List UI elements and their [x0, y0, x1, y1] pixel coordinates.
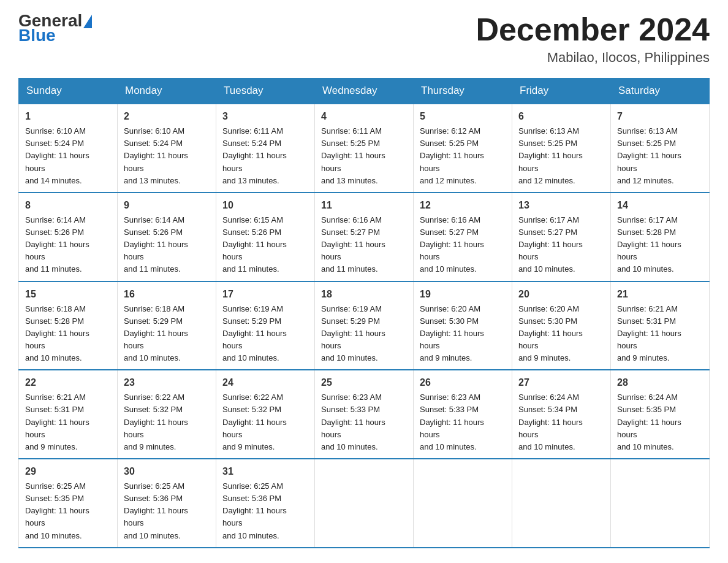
calendar-cell: [315, 459, 414, 548]
calendar-week-row: 15 Sunrise: 6:18 AMSunset: 5:28 PMDaylig…: [19, 282, 710, 370]
calendar-cell: 21 Sunrise: 6:21 AMSunset: 5:31 PMDaylig…: [611, 282, 710, 370]
title-section: December 2024 Mabilao, Ilocos, Philippin…: [476, 12, 710, 66]
day-number: 28: [617, 375, 703, 390]
calendar-cell: 18 Sunrise: 6:19 AMSunset: 5:29 PMDaylig…: [315, 282, 414, 370]
calendar-week-row: 8 Sunrise: 6:14 AMSunset: 5:26 PMDayligh…: [19, 193, 710, 282]
calendar-cell: 19 Sunrise: 6:20 AMSunset: 5:30 PMDaylig…: [414, 282, 512, 370]
day-header-tuesday: Tuesday: [216, 79, 315, 104]
day-number: 10: [222, 198, 308, 213]
calendar-cell: 4 Sunrise: 6:11 AMSunset: 5:25 PMDayligh…: [315, 104, 414, 193]
day-info: Sunrise: 6:21 AMSunset: 5:31 PMDaylight:…: [617, 303, 703, 365]
day-header-sunday: Sunday: [19, 79, 118, 104]
calendar-cell: 30 Sunrise: 6:25 AMSunset: 5:36 PMDaylig…: [118, 459, 216, 548]
day-info: Sunrise: 6:21 AMSunset: 5:31 PMDaylight:…: [25, 391, 111, 453]
calendar-cell: 12 Sunrise: 6:16 AMSunset: 5:27 PMDaylig…: [414, 193, 512, 282]
day-info: Sunrise: 6:20 AMSunset: 5:30 PMDaylight:…: [420, 303, 506, 365]
calendar-cell: 16 Sunrise: 6:18 AMSunset: 5:29 PMDaylig…: [118, 282, 216, 370]
calendar-week-row: 22 Sunrise: 6:21 AMSunset: 5:31 PMDaylig…: [19, 370, 710, 459]
day-number: 29: [25, 464, 111, 479]
calendar-cell: 7 Sunrise: 6:13 AMSunset: 5:25 PMDayligh…: [611, 104, 710, 193]
day-info: Sunrise: 6:18 AMSunset: 5:28 PMDaylight:…: [25, 303, 111, 365]
calendar-cell: 15 Sunrise: 6:18 AMSunset: 5:28 PMDaylig…: [19, 282, 118, 370]
day-info: Sunrise: 6:10 AMSunset: 5:24 PMDaylight:…: [25, 125, 111, 187]
day-number: 31: [222, 464, 308, 479]
day-header-monday: Monday: [118, 79, 216, 104]
calendar-cell: [611, 459, 710, 548]
calendar-cell: 6 Sunrise: 6:13 AMSunset: 5:25 PMDayligh…: [512, 104, 611, 193]
day-info: Sunrise: 6:16 AMSunset: 5:27 PMDaylight:…: [321, 214, 407, 276]
calendar-cell: 11 Sunrise: 6:16 AMSunset: 5:27 PMDaylig…: [315, 193, 414, 282]
page-header: General Blue December 2024 Mabilao, Iloc…: [18, 12, 710, 66]
calendar-cell: 29 Sunrise: 6:25 AMSunset: 5:35 PMDaylig…: [19, 459, 118, 548]
day-number: 11: [321, 198, 407, 213]
day-info: Sunrise: 6:16 AMSunset: 5:27 PMDaylight:…: [420, 214, 506, 276]
calendar-cell: 1 Sunrise: 6:10 AMSunset: 5:24 PMDayligh…: [19, 104, 118, 193]
calendar-table: SundayMondayTuesdayWednesdayThursdayFrid…: [18, 78, 710, 548]
day-number: 6: [518, 109, 604, 124]
day-info: Sunrise: 6:24 AMSunset: 5:34 PMDaylight:…: [518, 391, 604, 453]
calendar-cell: 2 Sunrise: 6:10 AMSunset: 5:24 PMDayligh…: [118, 104, 216, 193]
calendar-cell: 10 Sunrise: 6:15 AMSunset: 5:26 PMDaylig…: [216, 193, 315, 282]
calendar-cell: [512, 459, 611, 548]
logo-blue-text: Blue: [18, 27, 92, 44]
calendar-week-row: 1 Sunrise: 6:10 AMSunset: 5:24 PMDayligh…: [19, 104, 710, 193]
calendar-cell: [414, 459, 512, 548]
calendar-cell: 14 Sunrise: 6:17 AMSunset: 5:28 PMDaylig…: [611, 193, 710, 282]
day-number: 8: [25, 198, 111, 213]
calendar-cell: 24 Sunrise: 6:22 AMSunset: 5:32 PMDaylig…: [216, 370, 315, 459]
day-number: 23: [124, 375, 210, 390]
day-number: 25: [321, 375, 407, 390]
day-info: Sunrise: 6:18 AMSunset: 5:29 PMDaylight:…: [124, 303, 210, 365]
logo-triangle-icon: [83, 15, 92, 28]
day-number: 3: [222, 109, 308, 124]
day-info: Sunrise: 6:23 AMSunset: 5:33 PMDaylight:…: [420, 391, 506, 453]
day-info: Sunrise: 6:12 AMSunset: 5:25 PMDaylight:…: [420, 125, 506, 187]
day-info: Sunrise: 6:20 AMSunset: 5:30 PMDaylight:…: [518, 303, 604, 365]
day-info: Sunrise: 6:25 AMSunset: 5:36 PMDaylight:…: [222, 480, 308, 542]
day-number: 5: [420, 109, 506, 124]
day-info: Sunrise: 6:25 AMSunset: 5:36 PMDaylight:…: [124, 480, 210, 542]
calendar-cell: 22 Sunrise: 6:21 AMSunset: 5:31 PMDaylig…: [19, 370, 118, 459]
calendar-cell: 5 Sunrise: 6:12 AMSunset: 5:25 PMDayligh…: [414, 104, 512, 193]
day-info: Sunrise: 6:15 AMSunset: 5:26 PMDaylight:…: [222, 214, 308, 276]
day-info: Sunrise: 6:25 AMSunset: 5:35 PMDaylight:…: [25, 480, 111, 542]
day-info: Sunrise: 6:24 AMSunset: 5:35 PMDaylight:…: [617, 391, 703, 453]
calendar-cell: 17 Sunrise: 6:19 AMSunset: 5:29 PMDaylig…: [216, 282, 315, 370]
day-number: 9: [124, 198, 210, 213]
day-info: Sunrise: 6:19 AMSunset: 5:29 PMDaylight:…: [321, 303, 407, 365]
day-header-friday: Friday: [512, 79, 611, 104]
day-number: 1: [25, 109, 111, 124]
day-header-saturday: Saturday: [611, 79, 710, 104]
calendar-cell: 23 Sunrise: 6:22 AMSunset: 5:32 PMDaylig…: [118, 370, 216, 459]
day-number: 20: [518, 287, 604, 302]
day-number: 13: [518, 198, 604, 213]
day-number: 2: [124, 109, 210, 124]
day-number: 24: [222, 375, 308, 390]
day-info: Sunrise: 6:10 AMSunset: 5:24 PMDaylight:…: [124, 125, 210, 187]
calendar-cell: 13 Sunrise: 6:17 AMSunset: 5:27 PMDaylig…: [512, 193, 611, 282]
day-number: 22: [25, 375, 111, 390]
calendar-week-row: 29 Sunrise: 6:25 AMSunset: 5:35 PMDaylig…: [19, 459, 710, 548]
day-number: 27: [518, 375, 604, 390]
calendar-cell: 27 Sunrise: 6:24 AMSunset: 5:34 PMDaylig…: [512, 370, 611, 459]
day-info: Sunrise: 6:14 AMSunset: 5:26 PMDaylight:…: [25, 214, 111, 276]
day-info: Sunrise: 6:22 AMSunset: 5:32 PMDaylight:…: [222, 391, 308, 453]
calendar-cell: 31 Sunrise: 6:25 AMSunset: 5:36 PMDaylig…: [216, 459, 315, 548]
month-title: December 2024: [476, 12, 710, 47]
day-header-wednesday: Wednesday: [315, 79, 414, 104]
day-header-thursday: Thursday: [414, 79, 512, 104]
day-number: 26: [420, 375, 506, 390]
day-number: 19: [420, 287, 506, 302]
calendar-cell: 28 Sunrise: 6:24 AMSunset: 5:35 PMDaylig…: [611, 370, 710, 459]
day-info: Sunrise: 6:11 AMSunset: 5:24 PMDaylight:…: [222, 125, 308, 187]
day-info: Sunrise: 6:13 AMSunset: 5:25 PMDaylight:…: [617, 125, 703, 187]
day-number: 4: [321, 109, 407, 124]
day-info: Sunrise: 6:14 AMSunset: 5:26 PMDaylight:…: [124, 214, 210, 276]
location-text: Mabilao, Ilocos, Philippines: [476, 50, 710, 66]
day-number: 7: [617, 109, 703, 124]
calendar-cell: 25 Sunrise: 6:23 AMSunset: 5:33 PMDaylig…: [315, 370, 414, 459]
calendar-cell: 3 Sunrise: 6:11 AMSunset: 5:24 PMDayligh…: [216, 104, 315, 193]
day-number: 30: [124, 464, 210, 479]
day-number: 14: [617, 198, 703, 213]
calendar-header-row: SundayMondayTuesdayWednesdayThursdayFrid…: [19, 79, 710, 104]
